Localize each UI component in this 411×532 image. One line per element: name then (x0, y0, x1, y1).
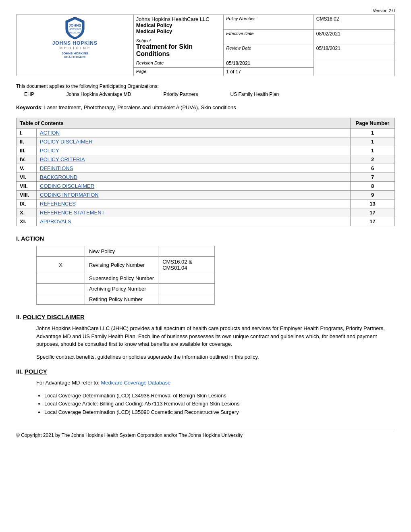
copyright-text: © Copyright 2021 by The Johns Hopkins He… (16, 432, 243, 438)
medicare-coverage-link[interactable]: Medicare Coverage Database (101, 380, 170, 386)
subject-value: Treatment for Skin Conditions (136, 43, 221, 58)
section1-heading: I. ACTION (16, 235, 395, 242)
toc-label[interactable]: CODING INFORMATION (37, 191, 351, 200)
toc-roman: V. (17, 164, 37, 173)
toc-row: VII. CODING DISCLAIMER 8 (17, 182, 395, 191)
action-row: New Policy (37, 246, 215, 257)
action-mark (37, 284, 85, 294)
participating-intro: This document applies to the following P… (16, 83, 395, 89)
toc-row: III. POLICY 1 (17, 146, 395, 155)
toc-row: IV. POLICY CRITERIA 2 (17, 155, 395, 164)
toc-label[interactable]: REFERENCE STATEMENT (37, 208, 351, 217)
action-value (158, 246, 215, 257)
toc-page: 6 (351, 164, 395, 173)
section2-para1: Johns Hopkins HealthCare LLC (JHHC) prov… (16, 324, 395, 348)
action-row: X Revising Policy Number CMS16.02 &CMS01… (37, 257, 215, 273)
logo-name: JOHNS HOPKINS (19, 40, 131, 46)
toc-label[interactable]: ACTION (37, 129, 351, 137)
toc-page: 1 (351, 146, 395, 155)
toc-page: 2 (351, 155, 395, 164)
org-priority: Priority Partners (163, 91, 198, 97)
toc-page: 7 (351, 173, 395, 182)
action-label: Retiring Policy Number (85, 294, 158, 305)
toc-page: 13 (351, 200, 395, 208)
svg-text:MEDICINE: MEDICINE (69, 31, 81, 34)
toc-roman: XI. (17, 217, 37, 226)
action-value (158, 284, 215, 294)
keywords-value: Laser treatment, Phototherapy, Psoralens… (44, 104, 236, 110)
toc-page: 9 (351, 191, 395, 200)
effective-date-value: 08/02/2021 (313, 29, 394, 44)
toc-table: Table of Contents Page Number I. ACTION … (16, 118, 395, 226)
toc-label[interactable]: POLICY DISCLAIMER (37, 137, 351, 146)
action-value (158, 273, 215, 284)
section-action: I. ACTION New Policy X Revising Policy N… (16, 235, 395, 305)
org-advantage: Johns Hopkins Advantage MD (66, 91, 131, 97)
action-value (158, 294, 215, 305)
section3-intro: For Advantage MD refer to: Medicare Cove… (16, 379, 395, 387)
toc-roman: I. (17, 129, 37, 137)
toc-label[interactable]: REFERENCES (37, 200, 351, 208)
section-policy: III. POLICY For Advantage MD refer to: M… (16, 368, 395, 417)
logo-sub: M E D I C I N E (19, 46, 131, 50)
action-mark (37, 246, 85, 257)
toc-roman: VIII. (17, 191, 37, 200)
org-usfamily: US Family Health Plan (230, 91, 279, 97)
toc-row: XI. APPROVALS 17 (17, 217, 395, 226)
revision-date-label: Revision Date (133, 59, 224, 68)
section2-para2: Specific contract benefits, guidelines o… (16, 353, 395, 361)
revision-date-value: 05/18/2021 (224, 59, 314, 68)
list-item: Local Coverage Determination (LCD) L3509… (44, 408, 395, 417)
logo-cell: JOHNS HOPKINS MEDICINE JOHNS HOPKINS M E… (17, 15, 134, 76)
company-name: Johns Hopkins HealthCare LLC (136, 16, 221, 22)
participating-orgs: EHP Johns Hopkins Advantage MD Priority … (16, 91, 395, 97)
list-item: Local Coverage Article: Billing and Codi… (44, 400, 395, 408)
toc-row: X. REFERENCE STATEMENT 17 (17, 208, 395, 217)
action-value: CMS16.02 &CMS01.04 (158, 257, 215, 273)
section-policy-disclaimer: II. POLICY DISCLAIMER Johns Hopkins Heal… (16, 314, 395, 361)
action-label: Archiving Policy Number (85, 284, 158, 294)
keywords-label: Keywords (16, 104, 41, 110)
toc-label[interactable]: POLICY CRITERIA (37, 155, 351, 164)
toc-page: 17 (351, 217, 395, 226)
toc-roman: IV. (17, 155, 37, 164)
toc-label[interactable]: BACKGROUND (37, 173, 351, 182)
toc-label[interactable]: CODING DISCLAIMER (37, 182, 351, 191)
toc-header: Table of Contents (17, 118, 351, 129)
keywords-line: Keywords: Laser treatment, Phototherapy,… (16, 104, 395, 110)
footer: © Copyright 2021 by The Johns Hopkins He… (16, 429, 395, 438)
policy-number-label: Policy Number (224, 15, 314, 30)
johns-hopkins-shield-icon: JOHNS HOPKINS MEDICINE (65, 16, 85, 39)
toc-label[interactable]: DEFINITIONS (37, 164, 351, 173)
review-date-value: 05/18/2021 (313, 44, 394, 59)
action-table: New Policy X Revising Policy Number CMS1… (36, 246, 215, 305)
section3-bullets: Local Coverage Determination (LCD) L3493… (16, 392, 395, 417)
action-mark: X (37, 257, 85, 273)
action-label: Superseding Policy Number (85, 273, 158, 284)
effective-date-label: Effective Date (224, 29, 314, 44)
policy-title-cell: Johns Hopkins HealthCare LLC Medical Pol… (133, 15, 224, 59)
section2-heading: II. POLICY DISCLAIMER (16, 314, 395, 320)
toc-page: 1 (351, 137, 395, 146)
action-row: Retiring Policy Number (37, 294, 215, 305)
policy-label-2: Medical Policy (136, 28, 221, 34)
logo-hosp: JOHNS HOPKINS HEALTHCARE (19, 52, 131, 59)
svg-text:HOPKINS: HOPKINS (68, 28, 81, 31)
toc-row: I. ACTION 1 (17, 129, 395, 137)
toc-roman: III. (17, 146, 37, 155)
svg-text:JOHNS: JOHNS (68, 23, 81, 27)
toc-page: 1 (351, 129, 395, 137)
action-row: Superseding Policy Number (37, 273, 215, 284)
page-label: Page (133, 68, 224, 76)
toc-label[interactable]: POLICY (37, 146, 351, 155)
toc-page: 8 (351, 182, 395, 191)
action-mark (37, 294, 85, 305)
section3-heading: III. POLICY (16, 368, 395, 375)
toc-label[interactable]: APPROVALS (37, 217, 351, 226)
action-mark (37, 273, 85, 284)
subject-label: Subject (136, 38, 221, 43)
toc-row: VIII. CODING INFORMATION 9 (17, 191, 395, 200)
version-label: Version 2.0 (16, 8, 395, 13)
toc-roman: VI. (17, 173, 37, 182)
action-label: Revising Policy Number (85, 257, 158, 273)
